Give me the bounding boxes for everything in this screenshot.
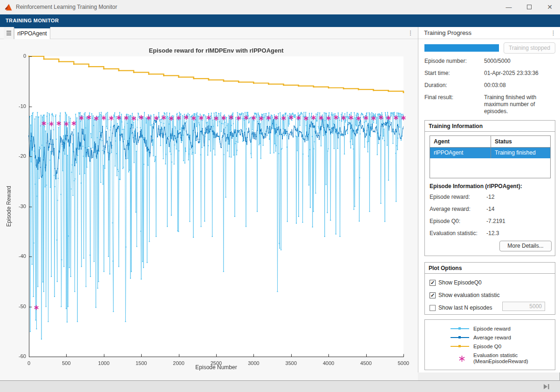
episode-info-label: Average reward: <box>430 206 486 212</box>
chart-legend: Episode rewardAverage rewardEpisode Q0Ev… <box>424 319 555 370</box>
x-tick-label: 500 <box>52 360 80 366</box>
hamburger-icon <box>7 31 11 32</box>
summary-row: Start time:01-Apr-2025 23:33:36 <box>424 70 556 77</box>
expand-panel-icon[interactable] <box>543 384 550 390</box>
episode-info-row: Episode reward:-12 <box>430 194 552 200</box>
legend-entry: Evaluation statistic(MeanEpisodeReward) <box>458 351 555 366</box>
app-window: Reinforcement Learning Training Monitor … <box>0 0 560 392</box>
legend-dot <box>458 336 461 338</box>
table-row[interactable]: rlPPOAgentTraining finished <box>430 148 550 158</box>
training-information-group: Training Information AgentStatusrlPPOAge… <box>424 120 555 256</box>
more-details-button[interactable]: More Details... <box>499 241 552 251</box>
episode-information-list: Episode reward:-12Average reward:-14Epis… <box>430 194 552 242</box>
tab-rlppoagent[interactable]: rlPPOAgent <box>14 27 50 40</box>
close-button[interactable]: ✕ <box>540 0 560 14</box>
episode-info-row: Average reward:-14 <box>430 206 552 212</box>
y-tick-label: -10 <box>7 103 26 109</box>
training-progress-panel: Training Progress ⋮ Training stopped Epi… <box>418 27 560 372</box>
x-tick-label: 3500 <box>277 360 305 366</box>
y-tick-label: -40 <box>7 253 26 259</box>
summary-row: Final result:Training finished with maxi… <box>424 94 556 115</box>
summary-label: Duration: <box>424 82 484 89</box>
checkbox-icon <box>430 305 436 311</box>
episode-info-row: Episode Q0:-7.2191 <box>430 218 552 224</box>
legend-label: Evaluation statistic(MeanEpisodeReward) <box>473 352 528 365</box>
x-tick-label: 4000 <box>314 360 342 366</box>
y-tick-label: -50 <box>7 304 26 309</box>
summary-row: Duration:00:03:08 <box>424 82 556 89</box>
table-cell-status: Training finished <box>491 148 550 158</box>
legend-entry: Episode Q0 <box>451 342 555 351</box>
episode-info-label: Episode reward: <box>430 194 486 200</box>
table-cell-agent: rlPPOAgent <box>430 148 491 158</box>
table-header-agent: Agent <box>430 136 491 147</box>
title-bar: Reinforcement Learning Training Monitor … <box>0 0 560 14</box>
matlab-logo-icon <box>5 3 13 11</box>
panel-menu-icon[interactable]: ⋮ <box>550 27 556 39</box>
plot-options-group: Plot Options ✓Show EpisodeQ0✓Show evalua… <box>424 262 555 315</box>
x-tick-label: 0 <box>15 360 43 366</box>
legend-line-icon <box>451 346 469 347</box>
x-tick-label: 3000 <box>239 360 267 366</box>
legend-label: Average reward <box>473 335 511 340</box>
figure-pane: Episode reward for rlMDPEnv with rlPPOAg… <box>0 39 418 380</box>
training-progress-fill <box>424 44 499 52</box>
chart-title: Episode reward for rlMDPEnv with rlPPOAg… <box>29 47 403 54</box>
summary-row: Episode number:5000/5000 <box>424 58 556 65</box>
summary-value: Training finished with maximum number of… <box>484 94 556 115</box>
summary-value: 00:03:08 <box>484 82 556 89</box>
legend-label: Episode reward <box>473 326 511 331</box>
x-tick-label: 4500 <box>352 360 380 366</box>
x-tick-label: 1500 <box>127 360 155 366</box>
legend-dot <box>458 327 461 330</box>
episode-info-value: -7.2191 <box>486 218 505 224</box>
y-tick-label: -30 <box>7 203 26 209</box>
checkbox-show-evaluation-statistic[interactable]: ✓Show evaluation statistic <box>430 291 499 300</box>
ribbon-toolstrip: TRAINING MONITOR <box>0 14 560 27</box>
training-stopped-button[interactable]: Training stopped <box>504 42 555 54</box>
maximize-icon <box>527 5 532 9</box>
episode-info-value: -12 <box>486 194 494 200</box>
window-title: Reinforcement Learning Training Monitor <box>16 0 117 14</box>
checkbox-label: Show last N episodes <box>438 304 492 311</box>
training-summary: Episode number:5000/5000Start time:01-Ap… <box>424 58 556 120</box>
y-tick-label: -20 <box>7 153 26 159</box>
status-bar <box>0 380 560 392</box>
episode-info-value: -12.3 <box>486 230 499 237</box>
checkbox-show-episodeq0[interactable]: ✓Show EpisodeQ0 <box>430 278 482 287</box>
checkbox-icon: ✓ <box>430 292 436 298</box>
last-n-episodes-input[interactable] <box>502 302 545 311</box>
checkbox-label: Show EpisodeQ0 <box>438 279 482 286</box>
summary-label: Final result: <box>424 94 484 115</box>
legend-line-icon <box>451 337 469 338</box>
minimize-button[interactable]: — <box>499 0 519 14</box>
checkbox-label: Show evaluation statistic <box>438 292 499 298</box>
tab-menu-button[interactable] <box>4 27 14 39</box>
y-tick-label: 0 <box>7 53 26 59</box>
checkbox-show-last-n-episodes[interactable]: Show last N episodes <box>430 303 492 312</box>
document-tab-strip <box>0 27 418 39</box>
training-information-title: Training Information <box>425 121 555 132</box>
panel-title: Training Progress <box>424 27 471 39</box>
training-progress-bar <box>424 44 499 52</box>
episode-info-label: Evaluation statistic: <box>430 230 486 237</box>
maximize-button[interactable] <box>519 0 540 14</box>
legend-entry: Episode reward <box>451 324 555 333</box>
legend-dot <box>458 345 461 347</box>
summary-label: Episode number: <box>424 58 484 65</box>
figure-pane-menu-icon[interactable]: ⋮ <box>404 27 417 39</box>
reward-chart-canvas[interactable] <box>0 39 418 380</box>
ribbon-tab-training-monitor[interactable]: TRAINING MONITOR <box>6 14 59 27</box>
legend-entry: Average reward <box>451 333 555 342</box>
panel-header: Training Progress ⋮ <box>418 27 560 39</box>
episode-info-label: Episode Q0: <box>430 218 486 224</box>
y-tick-label: -60 <box>7 353 26 359</box>
checkbox-icon: ✓ <box>430 280 436 286</box>
x-tick-label: 2000 <box>165 360 193 366</box>
x-tick-label: 5000 <box>389 360 417 366</box>
summary-label: Start time: <box>424 70 484 77</box>
episode-information-title: Episode Information (rlPPOAgent): <box>430 183 522 189</box>
table-header-status: Status <box>491 136 550 147</box>
asterisk-icon <box>458 355 469 362</box>
x-tick-label: 1000 <box>90 360 118 366</box>
